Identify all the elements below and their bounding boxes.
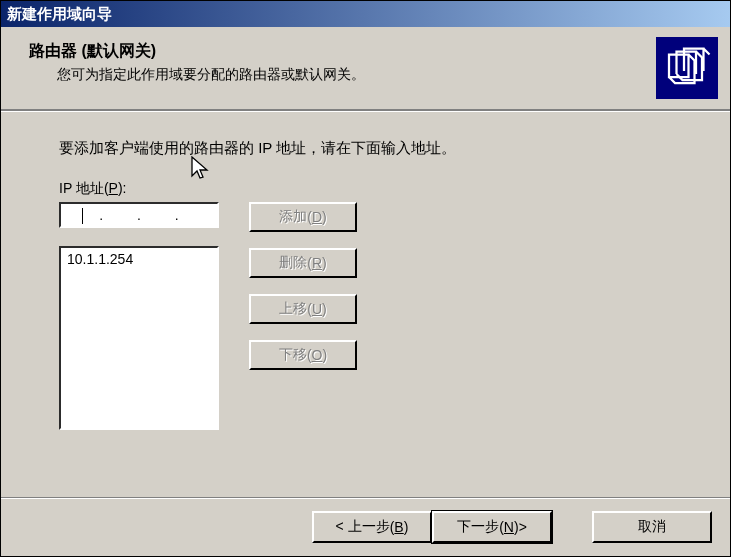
list-item[interactable]: 10.1.1.254 [65, 250, 213, 268]
ip-address-list[interactable]: 10.1.1.254 [59, 246, 219, 430]
titlebar: 新建作用域向导 [1, 1, 730, 27]
back-button[interactable]: < 上一步(B) [312, 511, 432, 543]
remove-button[interactable]: 删除(R) [249, 248, 357, 278]
input-row: . . . 10.1.1.254 添加(D) 删除(R) 上移(U) [59, 202, 690, 430]
page-subtitle: 您可为指定此作用域要分配的路由器或默认网关。 [29, 66, 365, 84]
nav-button-group: < 上一步(B) 下一步(N) > [312, 511, 552, 543]
move-down-button[interactable]: 下移(O) [249, 340, 357, 370]
header-text: 路由器 (默认网关) 您可为指定此作用域要分配的路由器或默认网关。 [29, 37, 365, 84]
page-title: 路由器 (默认网关) [29, 41, 365, 62]
window-title: 新建作用域向导 [7, 5, 112, 24]
left-column: . . . 10.1.1.254 [59, 202, 219, 430]
ip-address-label: IP 地址(P): [59, 180, 690, 198]
content-area: 要添加客户端使用的路由器的 IP 地址，请在下面输入地址。 IP 地址(P): … [1, 111, 730, 497]
wizard-footer: < 上一步(B) 下一步(N) > 取消 [1, 497, 730, 556]
instruction-text: 要添加客户端使用的路由器的 IP 地址，请在下面输入地址。 [59, 139, 690, 158]
add-button[interactable]: 添加(D) [249, 202, 357, 232]
next-button[interactable]: 下一步(N) > [432, 511, 552, 543]
ip-address-input[interactable]: . . . [59, 202, 219, 228]
wizard-header: 路由器 (默认网关) 您可为指定此作用域要分配的路由器或默认网关。 [1, 27, 730, 111]
wizard-window: 新建作用域向导 路由器 (默认网关) 您可为指定此作用域要分配的路由器或默认网关… [0, 0, 731, 557]
wizard-icon [656, 37, 718, 99]
button-column: 添加(D) 删除(R) 上移(U) 下移(O) [249, 202, 357, 370]
move-up-button[interactable]: 上移(U) [249, 294, 357, 324]
cancel-button[interactable]: 取消 [592, 511, 712, 543]
